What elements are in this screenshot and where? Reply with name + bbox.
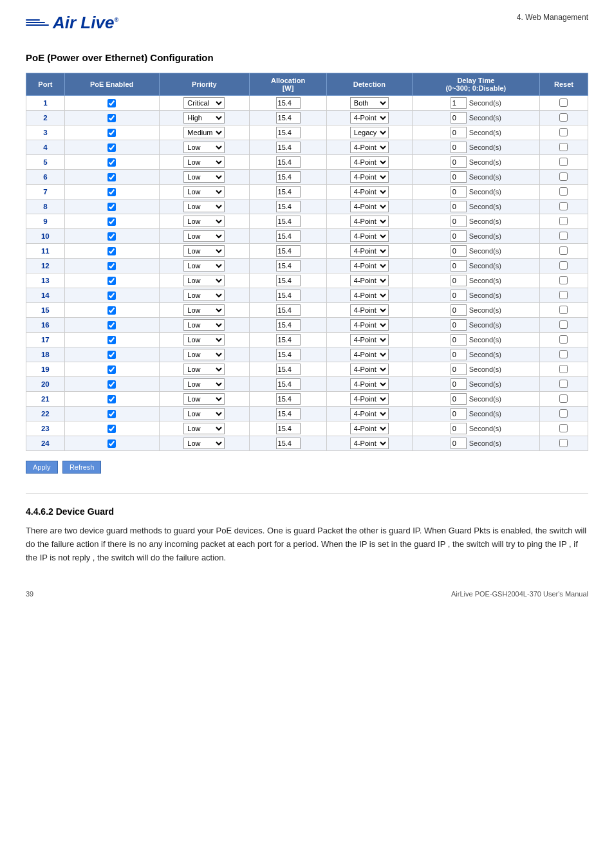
- priority-cell[interactable]: CriticalHighMediumLow: [159, 421, 250, 436]
- priority-cell[interactable]: CriticalHighMediumLow: [159, 199, 250, 214]
- allocation-cell[interactable]: [250, 421, 327, 436]
- delay-time-cell[interactable]: Second(s): [412, 111, 539, 125]
- reset-checkbox[interactable]: [559, 409, 568, 418]
- allocation-input[interactable]: [276, 245, 301, 257]
- priority-cell[interactable]: CriticalHighMediumLow: [159, 362, 250, 377]
- priority-select[interactable]: CriticalHighMediumLow: [183, 423, 225, 434]
- detection-select[interactable]: Both4-PointLegacy: [350, 245, 389, 257]
- detection-select[interactable]: Both4-PointLegacy: [350, 290, 389, 301]
- delay-input[interactable]: [451, 319, 467, 331]
- detection-cell[interactable]: Both4-PointLegacy: [326, 436, 412, 451]
- allocation-cell[interactable]: [250, 436, 327, 451]
- priority-select[interactable]: CriticalHighMediumLow: [183, 304, 225, 316]
- delay-input[interactable]: [451, 423, 467, 434]
- detection-select[interactable]: Both4-PointLegacy: [350, 201, 389, 212]
- allocation-input[interactable]: [276, 319, 301, 331]
- poe-enabled-checkbox[interactable]: [107, 439, 116, 448]
- priority-select[interactable]: CriticalHighMediumLow: [183, 171, 225, 183]
- allocation-cell[interactable]: [250, 96, 327, 111]
- detection-select[interactable]: Both4-PointLegacy: [350, 275, 389, 286]
- reset-cell[interactable]: [539, 362, 588, 377]
- delay-time-cell[interactable]: Second(s): [412, 436, 539, 451]
- detection-cell[interactable]: Both4-PointLegacy: [326, 185, 412, 199]
- allocation-cell[interactable]: [250, 199, 327, 214]
- reset-checkbox[interactable]: [559, 424, 568, 432]
- delay-input[interactable]: [451, 334, 467, 346]
- poe-enabled-checkbox[interactable]: [107, 232, 116, 241]
- reset-cell[interactable]: [539, 259, 588, 273]
- poe-enabled-cell[interactable]: [64, 214, 159, 229]
- allocation-cell[interactable]: [250, 362, 327, 377]
- detection-cell[interactable]: Both4-PointLegacy: [326, 318, 412, 333]
- allocation-cell[interactable]: [250, 140, 327, 155]
- priority-cell[interactable]: CriticalHighMediumLow: [159, 288, 250, 303]
- detection-select[interactable]: Both4-PointLegacy: [350, 156, 389, 168]
- delay-time-cell[interactable]: Second(s): [412, 229, 539, 244]
- allocation-input[interactable]: [276, 260, 301, 272]
- allocation-cell[interactable]: [250, 155, 327, 170]
- allocation-input[interactable]: [276, 290, 301, 301]
- delay-input[interactable]: [451, 230, 467, 242]
- poe-enabled-cell[interactable]: [64, 407, 159, 421]
- reset-cell[interactable]: [539, 407, 588, 421]
- poe-enabled-checkbox[interactable]: [107, 158, 116, 167]
- poe-enabled-cell[interactable]: [64, 288, 159, 303]
- poe-enabled-checkbox[interactable]: [107, 336, 116, 344]
- detection-cell[interactable]: Both4-PointLegacy: [326, 333, 412, 347]
- allocation-input[interactable]: [276, 378, 301, 390]
- priority-cell[interactable]: CriticalHighMediumLow: [159, 229, 250, 244]
- poe-enabled-checkbox[interactable]: [107, 99, 116, 107]
- detection-cell[interactable]: Both4-PointLegacy: [326, 347, 412, 362]
- allocation-input[interactable]: [276, 112, 301, 124]
- delay-time-cell[interactable]: Second(s): [412, 333, 539, 347]
- allocation-input[interactable]: [276, 393, 301, 405]
- refresh-button[interactable]: Refresh: [62, 461, 102, 474]
- detection-cell[interactable]: Both4-PointLegacy: [326, 407, 412, 421]
- delay-input[interactable]: [451, 97, 467, 109]
- allocation-input[interactable]: [276, 127, 301, 138]
- detection-select[interactable]: Both4-PointLegacy: [350, 216, 389, 227]
- priority-cell[interactable]: CriticalHighMediumLow: [159, 259, 250, 273]
- priority-select[interactable]: CriticalHighMediumLow: [183, 334, 225, 346]
- reset-checkbox[interactable]: [559, 380, 568, 388]
- reset-checkbox[interactable]: [559, 291, 568, 299]
- detection-select[interactable]: Both4-PointLegacy: [350, 260, 389, 272]
- detection-cell[interactable]: Both4-PointLegacy: [326, 214, 412, 229]
- allocation-cell[interactable]: [250, 347, 327, 362]
- poe-enabled-cell[interactable]: [64, 170, 159, 185]
- poe-enabled-cell[interactable]: [64, 362, 159, 377]
- poe-enabled-checkbox[interactable]: [107, 203, 116, 211]
- priority-select[interactable]: CriticalHighMediumLow: [183, 156, 225, 168]
- poe-enabled-checkbox[interactable]: [107, 306, 116, 315]
- priority-cell[interactable]: CriticalHighMediumLow: [159, 155, 250, 170]
- allocation-cell[interactable]: [250, 333, 327, 347]
- priority-select[interactable]: CriticalHighMediumLow: [183, 186, 225, 198]
- reset-checkbox[interactable]: [559, 187, 568, 196]
- reset-cell[interactable]: [539, 155, 588, 170]
- reset-cell[interactable]: [539, 421, 588, 436]
- reset-cell[interactable]: [539, 333, 588, 347]
- poe-enabled-cell[interactable]: [64, 377, 159, 392]
- poe-enabled-cell[interactable]: [64, 96, 159, 111]
- poe-enabled-checkbox[interactable]: [107, 277, 116, 285]
- poe-enabled-cell[interactable]: [64, 155, 159, 170]
- priority-select[interactable]: CriticalHighMediumLow: [183, 290, 225, 301]
- reset-cell[interactable]: [539, 303, 588, 318]
- poe-enabled-checkbox[interactable]: [107, 365, 116, 374]
- allocation-cell[interactable]: [250, 273, 327, 288]
- priority-select[interactable]: CriticalHighMediumLow: [183, 230, 225, 242]
- priority-select[interactable]: CriticalHighMediumLow: [183, 260, 225, 272]
- detection-cell[interactable]: Both4-PointLegacy: [326, 140, 412, 155]
- detection-cell[interactable]: Both4-PointLegacy: [326, 303, 412, 318]
- poe-enabled-checkbox[interactable]: [107, 380, 116, 389]
- poe-enabled-cell[interactable]: [64, 140, 159, 155]
- poe-enabled-cell[interactable]: [64, 347, 159, 362]
- poe-enabled-cell[interactable]: [64, 392, 159, 407]
- delay-input[interactable]: [451, 378, 467, 390]
- detection-cell[interactable]: Both4-PointLegacy: [326, 259, 412, 273]
- allocation-cell[interactable]: [250, 244, 327, 259]
- priority-select[interactable]: CriticalHighMediumLow: [183, 408, 225, 420]
- poe-enabled-checkbox[interactable]: [107, 395, 116, 403]
- detection-cell[interactable]: Both4-PointLegacy: [326, 392, 412, 407]
- reset-cell[interactable]: [539, 125, 588, 140]
